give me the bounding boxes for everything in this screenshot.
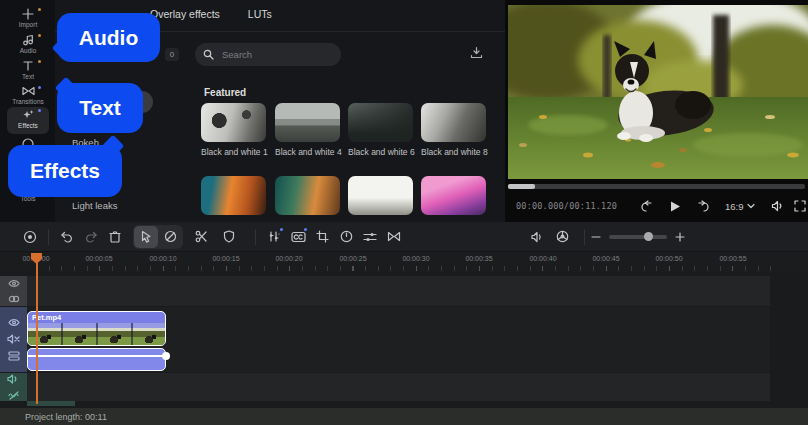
link-icon[interactable] [8, 295, 20, 303]
effect-thumb-overexposed[interactable] [348, 176, 413, 215]
timeline-ruler[interactable]: 00:00:00 00:00:05 00:00:10 00:00:15 00:0… [0, 252, 808, 272]
notification-dot [280, 228, 283, 231]
divider [584, 229, 585, 245]
captions-icon[interactable] [286, 226, 310, 248]
new-dot [38, 34, 41, 37]
color-wheel-icon[interactable] [550, 226, 574, 248]
ruler-label: 00:00:30 [402, 255, 429, 262]
audio-track-stub [27, 401, 75, 406]
undo-icon[interactable] [55, 226, 79, 248]
wave-mute-icon[interactable] [8, 391, 20, 400]
cursor-tool[interactable] [134, 226, 158, 248]
speaker-icon[interactable] [7, 374, 20, 384]
audio-track-row[interactable] [27, 373, 770, 401]
clip-filmstrip [28, 323, 165, 346]
play-button[interactable] [669, 200, 681, 213]
zoom-out-icon[interactable] [591, 232, 601, 242]
preview-panel: 00:00.000/00:11.120 16:9 [505, 0, 808, 222]
skip-forward-icon[interactable] [695, 200, 709, 213]
crop-icon[interactable] [310, 226, 334, 248]
eye-icon[interactable] [8, 318, 20, 327]
overlay-track-header [0, 276, 27, 306]
track-volume-icon[interactable] [524, 226, 548, 248]
sparkles-icon [22, 109, 35, 121]
chevron-down-icon [747, 203, 755, 209]
aspect-ratio-dropdown[interactable]: 16:9 [725, 201, 755, 212]
effect-label: Black and white 1 [201, 147, 271, 157]
ruler-label: 00:00:15 [212, 255, 239, 262]
tab-luts[interactable]: LUTs [248, 8, 272, 28]
main-toolbar: Export [0, 222, 808, 252]
speed-icon[interactable] [334, 226, 358, 248]
sidebar-item-label: Audio [20, 47, 37, 54]
effect-label: Black and white 6 [348, 147, 418, 157]
ruler-label: 00:00:05 [85, 255, 112, 262]
zoom-slider-thumb[interactable] [644, 232, 653, 241]
audio-track-header [0, 373, 27, 401]
effect-thumb-bw6[interactable] [348, 103, 413, 142]
search-box[interactable] [195, 43, 341, 66]
ruler-label: 00:00:40 [529, 255, 556, 262]
text-icon [22, 60, 34, 72]
clip-name: Pet.mp4 [28, 312, 165, 323]
clip-pet-mp4[interactable]: Pet.mp4 [27, 311, 166, 346]
effect-thumb-pink-coast[interactable] [421, 176, 486, 215]
eye-icon[interactable] [8, 279, 20, 288]
new-dot [38, 8, 41, 11]
download-icon[interactable] [470, 45, 483, 63]
video-editor-window: Import Audio Text Transitions Effects To [0, 0, 808, 425]
search-input[interactable] [220, 48, 330, 61]
ruler-label: 00:00:10 [149, 255, 176, 262]
divider [48, 229, 49, 245]
sidebar-item-text[interactable]: Text [7, 60, 49, 86]
playhead-line[interactable] [36, 254, 38, 404]
library-tabs: Overlay effects LUTs [150, 8, 272, 28]
ruler-label: 00:00:50 [655, 255, 682, 262]
overlay-track-row[interactable] [27, 276, 770, 306]
delete-icon[interactable] [103, 226, 127, 248]
sidebar-item-import[interactable]: Import [7, 8, 49, 34]
tab-overlay-effects[interactable]: Overlay effects [150, 8, 220, 28]
redo-icon[interactable] [79, 226, 103, 248]
ruler-label: 00:00:35 [465, 255, 492, 262]
skip-back-icon[interactable] [641, 200, 655, 213]
marker-tool[interactable] [158, 226, 182, 248]
sidebar-item-audio[interactable]: Audio [7, 34, 49, 60]
video-track-header [0, 307, 27, 372]
text-callout: Text [57, 83, 143, 133]
playback-controls: 00:00.000/00:11.120 16:9 [508, 194, 808, 218]
timecode: 00:00.000/00:11.120 [516, 201, 617, 211]
ruler-label: 00:00:55 [719, 255, 746, 262]
sidebar-item-label: Effects [18, 122, 38, 129]
transition-icon[interactable] [382, 226, 406, 248]
audio-callout: Audio [57, 13, 160, 62]
notification-dot [304, 228, 307, 231]
category-item-light-leaks[interactable]: Light leaks [72, 200, 117, 211]
video-frame [508, 5, 808, 179]
effect-thumb-teal-orange[interactable] [275, 176, 340, 215]
volume-envelope[interactable] [28, 355, 165, 357]
speaker-mute-icon[interactable] [7, 334, 20, 344]
clip-pet-mp4-audio[interactable] [27, 348, 166, 371]
volume-icon[interactable] [771, 200, 784, 212]
adjustments-icon[interactable] [358, 226, 382, 248]
zoom-in-icon[interactable] [675, 232, 685, 242]
timeline-zoom-control [591, 232, 685, 242]
audio-levels-icon[interactable] [262, 226, 286, 248]
fullscreen-icon[interactable] [794, 200, 806, 212]
effect-thumb-bw8[interactable] [421, 103, 486, 142]
zoom-slider-track[interactable] [609, 235, 667, 239]
sidebar-item-effects[interactable]: Effects [7, 107, 49, 134]
record-icon[interactable] [18, 226, 42, 248]
effect-thumb-warm-beach[interactable] [201, 176, 266, 215]
linked-rows-icon[interactable] [8, 351, 20, 361]
effect-thumb-bw1[interactable] [201, 103, 266, 142]
search-icon [203, 49, 214, 60]
effect-thumb-bw4[interactable] [275, 103, 340, 142]
music-note-icon [22, 34, 34, 46]
shield-icon[interactable] [217, 226, 241, 248]
split-scissors-icon[interactable] [189, 226, 213, 248]
sidebar-item-label: Text [22, 73, 34, 80]
seek-bar[interactable] [508, 184, 805, 189]
volume-handle[interactable] [162, 352, 170, 360]
